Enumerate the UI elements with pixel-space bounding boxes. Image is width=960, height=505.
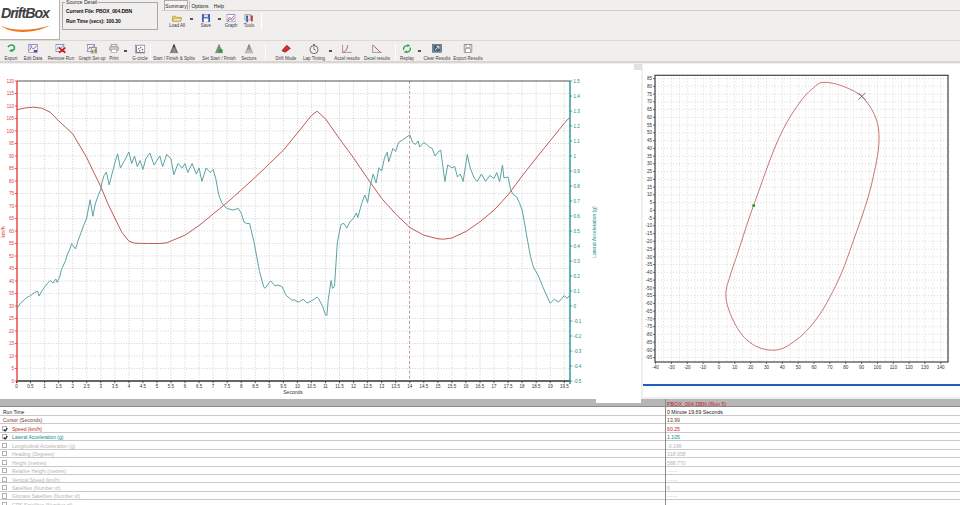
svg-text:0: 0 [573, 304, 576, 309]
svg-text:120: 120 [905, 365, 913, 370]
svg-text:4.5: 4.5 [140, 384, 147, 389]
svg-text:5: 5 [11, 366, 14, 371]
svg-text:80: 80 [647, 84, 653, 89]
svg-text:6: 6 [184, 384, 187, 389]
svg-text:-45: -45 [646, 278, 653, 283]
svg-text:20: 20 [647, 177, 653, 182]
svg-text:55: 55 [9, 241, 15, 246]
svg-text:8: 8 [240, 384, 243, 389]
svg-text:5.5: 5.5 [168, 384, 175, 389]
svg-text:1: 1 [573, 154, 576, 159]
svg-text:90: 90 [859, 365, 865, 370]
svg-text:1.5: 1.5 [55, 384, 62, 389]
svg-text:-50: -50 [646, 286, 653, 291]
svg-text:1.2: 1.2 [573, 124, 580, 129]
svg-text:75: 75 [9, 191, 15, 196]
svg-text:40: 40 [9, 279, 15, 284]
svg-text:0.2: 0.2 [573, 274, 580, 279]
svg-text:2: 2 [71, 384, 74, 389]
svg-text:-0.5: -0.5 [573, 379, 581, 384]
svg-text:6.5: 6.5 [196, 384, 203, 389]
svg-text:3: 3 [100, 384, 103, 389]
svg-text:-25: -25 [646, 247, 653, 252]
svg-text:17: 17 [491, 384, 497, 389]
svg-text:-0.3: -0.3 [573, 349, 581, 354]
svg-text:0.7: 0.7 [573, 199, 580, 204]
svg-text:-40: -40 [646, 270, 653, 275]
svg-text:100: 100 [874, 365, 882, 370]
svg-text:85: 85 [9, 166, 15, 171]
svg-text:90: 90 [9, 154, 15, 159]
svg-text:7: 7 [212, 384, 215, 389]
svg-text:16.5: 16.5 [476, 384, 485, 389]
svg-text:-60: -60 [646, 301, 653, 306]
svg-text:-10: -10 [700, 365, 707, 370]
svg-text:-20: -20 [684, 365, 691, 370]
svg-text:30: 30 [764, 365, 770, 370]
svg-text:80: 80 [9, 179, 15, 184]
svg-text:-90: -90 [646, 348, 653, 353]
svg-text:13.5: 13.5 [391, 384, 400, 389]
svg-text:-35: -35 [646, 262, 653, 267]
svg-text:-15: -15 [646, 231, 653, 236]
svg-text:0: 0 [718, 365, 721, 370]
svg-text:40: 40 [647, 146, 653, 151]
svg-text:-80: -80 [646, 332, 653, 337]
svg-text:-0.2: -0.2 [573, 334, 581, 339]
svg-text:4: 4 [128, 384, 131, 389]
svg-text:55: 55 [647, 123, 653, 128]
svg-text:80: 80 [843, 365, 849, 370]
svg-text:-75: -75 [646, 324, 653, 329]
svg-text:-20: -20 [646, 239, 653, 244]
svg-text:120: 120 [6, 79, 14, 84]
svg-text:-70: -70 [646, 317, 653, 322]
svg-text:12: 12 [351, 384, 357, 389]
svg-text:-10: -10 [646, 223, 653, 228]
svg-text:-0.1: -0.1 [573, 319, 581, 324]
svg-text:18: 18 [520, 384, 526, 389]
svg-text:0: 0 [15, 384, 18, 389]
svg-text:15: 15 [9, 341, 15, 346]
svg-text:95: 95 [9, 141, 15, 146]
svg-text:45: 45 [9, 266, 15, 271]
svg-text:14: 14 [407, 384, 413, 389]
svg-text:105: 105 [6, 116, 14, 121]
svg-text:0.3: 0.3 [573, 259, 580, 264]
svg-text:115: 115 [7, 91, 15, 96]
svg-text:0.6: 0.6 [573, 214, 580, 219]
svg-text:km/h: km/h [0, 226, 6, 237]
svg-text:19.5: 19.5 [560, 384, 569, 389]
svg-text:65: 65 [9, 216, 15, 221]
svg-text:1: 1 [43, 384, 46, 389]
svg-text:19: 19 [548, 384, 554, 389]
svg-text:30: 30 [9, 304, 15, 309]
svg-text:-30: -30 [668, 365, 675, 370]
svg-text:11: 11 [323, 384, 328, 389]
svg-text:1.1: 1.1 [573, 139, 580, 144]
svg-text:140: 140 [937, 365, 945, 370]
svg-text:Seconds: Seconds [283, 389, 303, 395]
svg-text:15: 15 [647, 185, 653, 190]
svg-text:8.5: 8.5 [252, 384, 259, 389]
svg-text:0.1: 0.1 [573, 289, 580, 294]
svg-text:10: 10 [647, 192, 653, 197]
svg-text:13: 13 [379, 384, 385, 389]
svg-text:0: 0 [11, 379, 14, 384]
svg-text:10: 10 [9, 354, 15, 359]
svg-text:40: 40 [780, 365, 786, 370]
svg-text:1.5: 1.5 [573, 79, 580, 84]
svg-text:10.5: 10.5 [307, 384, 316, 389]
svg-text:17.5: 17.5 [504, 384, 513, 389]
svg-text:0.5: 0.5 [573, 229, 580, 234]
svg-text:110: 110 [890, 365, 898, 370]
svg-text:-30: -30 [646, 255, 653, 260]
svg-text:0.4: 0.4 [573, 244, 580, 249]
svg-text:50: 50 [9, 254, 15, 259]
svg-text:14.5: 14.5 [419, 384, 428, 389]
svg-text:60: 60 [811, 365, 817, 370]
svg-text:2.5: 2.5 [84, 384, 91, 389]
svg-text:110: 110 [7, 104, 15, 109]
svg-text:85: 85 [647, 76, 653, 81]
svg-text:100: 100 [6, 129, 14, 134]
svg-text:25: 25 [647, 169, 653, 174]
